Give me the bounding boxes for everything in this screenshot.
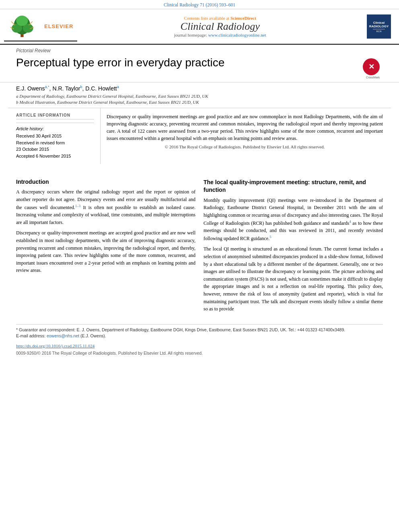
journal-homepage-link[interactable]: www.clinicalradiologyonline.net (208, 33, 266, 37)
received1: Received 30 April 2015 (16, 133, 94, 140)
email-who: (E.J. Owens). (80, 333, 106, 338)
main-info-section: ARTICLE INFORMATION Article history: Rec… (8, 108, 391, 164)
abstract-column: Discrepancy or quality improvement meeti… (101, 108, 391, 164)
article-info-column: ARTICLE INFORMATION Article history: Rec… (8, 108, 101, 164)
authors-section: E.J. Owensa,*, N.R. Taylorb, D.C. Howlet… (0, 82, 399, 108)
affiliations: a Department of Radiology, Eastbourne Di… (16, 93, 383, 106)
body-content: Introduction A discrepancy occurs where … (0, 170, 399, 320)
journal-center-section: Contents lists available at ScienceDirec… (77, 16, 363, 37)
journal-header: ELSEVIER Contents lists available at Sci… (0, 9, 399, 45)
article-type-label: Pictorial Review (0, 45, 399, 54)
svg-point-4 (16, 16, 28, 26)
author1-sup: a,* (45, 85, 49, 89)
elsevier-tree-icon (8, 14, 44, 38)
history-label: Article history: (16, 126, 94, 131)
crossmark-icon: ✕ (363, 58, 380, 75)
citation-text: Clinical Radiology 71 (2016) 593–601 (164, 2, 235, 7)
journal-logo-right: Clinical RADIOLOGY RCR (363, 14, 395, 39)
radiology-badge-icon: Clinical RADIOLOGY RCR (367, 14, 391, 39)
article-info-title: ARTICLE INFORMATION (16, 113, 94, 119)
sciencedirect-link-text[interactable]: ScienceDirect (230, 16, 256, 21)
intro-para2: Discrepancy or quality-improvement meeti… (16, 229, 195, 274)
authors-line: E.J. Owensa,*, N.R. Taylorb, D.C. Howlet… (16, 85, 383, 92)
journal-name-display: Clinical Radiology (77, 21, 363, 33)
abstract-text: Discrepancy or quality improvement meeti… (107, 113, 383, 142)
elsevier-brand-text: ELSEVIER (44, 23, 73, 29)
intro-para1: A discrepancy occurs where the original … (16, 188, 195, 226)
email-link[interactable]: eowens@nhs.net (47, 333, 79, 338)
author1-name: E.J. Owens (16, 85, 45, 92)
guarantor-text: * Guarantor and correspondent: E. J. Owe… (16, 327, 345, 332)
bottom-bar: 0009-9260/© 2016 The Royal College of Ra… (0, 349, 399, 357)
local-meeting-para1: Monthly quality improvement (QI) meeting… (204, 197, 383, 242)
left-body-column: Introduction A discrepancy occurs where … (16, 175, 195, 316)
article-title-section: Perceptual type error in everyday practi… (0, 54, 399, 82)
article-title: Perceptual type error in everyday practi… (16, 56, 359, 70)
footnote-section: * Guarantor and correspondent: E. J. Owe… (16, 324, 383, 341)
journal-homepage-line: journal homepage: www.clinicalradiologyo… (77, 33, 363, 37)
bottom-copyright: 0009-9260/© 2016 The Royal College of Ra… (16, 351, 203, 355)
email-label: E-mail address: (16, 333, 45, 338)
affiliation-b: b Medical Illustration, Eastbourne Distr… (16, 99, 383, 105)
author3-sup: a (117, 85, 119, 89)
received2: Received in revised form (16, 140, 94, 146)
doi-link[interactable]: http://dx.doi.org/10.1016/j.crad.2015.11… (16, 343, 95, 348)
affiliation-a: a Department of Radiology, Eastbourne Di… (16, 93, 383, 99)
local-meeting-heading: The local quality-improvement meeting: s… (204, 179, 383, 193)
crossmark-label: CrossMark (363, 76, 383, 79)
citation-bar: Clinical Radiology 71 (2016) 593–601 (0, 0, 399, 9)
sciencedirect-line: Contents lists available at ScienceDirec… (77, 16, 363, 21)
local-meeting-para2: The local QI meeting is structured as an… (204, 245, 383, 312)
crossmark-badge: ✕ CrossMark (363, 58, 383, 79)
elsevier-logo-section: ELSEVIER (4, 12, 77, 41)
accepted-date: Accepted 6 November 2015 (16, 153, 94, 160)
right-body-column: The local quality-improvement meeting: s… (204, 175, 383, 316)
doi-section: http://dx.doi.org/10.1016/j.crad.2015.11… (0, 341, 399, 349)
introduction-heading: Introduction (16, 179, 195, 185)
author3-name: , D.C. Howlett (82, 85, 117, 92)
copyright-text: © 2016 The Royal College of Radiologists… (107, 144, 383, 149)
author2-name: , N.R. Taylor (49, 85, 80, 92)
received2-date: 23 October 2015 (16, 146, 94, 153)
two-column-layout: Introduction A discrepancy occurs where … (16, 175, 383, 316)
